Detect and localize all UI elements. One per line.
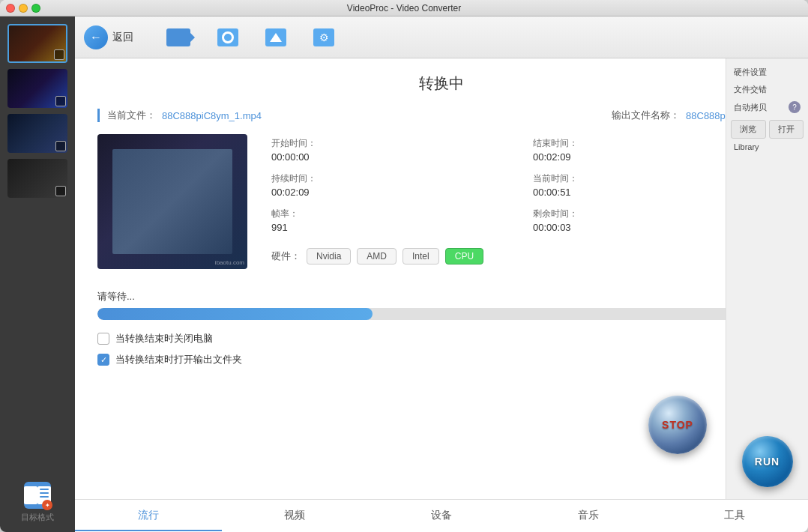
hw-amd-button[interactable]: AMD — [357, 248, 397, 265]
checkbox-open-folder[interactable] — [97, 354, 109, 366]
window-frame: VideoProc - Video Converter — [0, 0, 808, 532]
progress-fill — [97, 308, 373, 320]
maximize-button[interactable] — [31, 4, 40, 13]
checkbox-open-folder-label: 当转换结束时打开输出文件夹 — [115, 353, 242, 366]
checkbox-section: 当转换结束时关闭电脑 当转换结束时打开输出文件夹 — [97, 332, 786, 366]
tab-tools[interactable]: 工具 — [661, 501, 808, 531]
current-file-label: 当前文件： — [107, 109, 156, 122]
auto-browse-item[interactable]: 自动拷贝 ? — [731, 99, 804, 115]
hw-intel-button[interactable]: Intel — [403, 248, 439, 265]
left-sidebar: ✦ 目标格式 — [0, 16, 75, 532]
sidebar-check-2 — [55, 96, 66, 106]
auto-browse-label: 自动拷贝 — [734, 102, 767, 113]
checkbox-shutdown-label: 当转换结束时关闭电脑 — [115, 332, 213, 345]
sidebar-thumb-3[interactable] — [7, 114, 67, 153]
sidebar-check-3 — [55, 141, 66, 151]
stop-label: STOP — [662, 419, 693, 431]
window-controls — [6, 4, 40, 13]
nav-image-button[interactable] — [259, 25, 292, 49]
run-label: RUN — [755, 456, 780, 468]
close-button[interactable] — [6, 4, 15, 13]
sidebar-check-4 — [55, 186, 66, 196]
minimize-button[interactable] — [19, 4, 28, 13]
preview-section: ibaotu.com 开始时间： 00:00:00 结束时间： 00:02:09 — [97, 134, 786, 269]
window-title: VideoProc - Video Converter — [347, 3, 461, 13]
tab-video[interactable]: 视频 — [222, 501, 369, 531]
format-icon: ✦ — [24, 482, 51, 509]
video-preview: ibaotu.com — [97, 134, 247, 269]
sidebar-thumb-2[interactable] — [7, 69, 67, 108]
checkbox-row-1: 当转换结束时关闭电脑 — [97, 332, 786, 345]
browse-button[interactable]: 浏览 — [731, 120, 766, 139]
panel-title: 转换中 — [97, 73, 786, 94]
tab-music[interactable]: 音乐 — [515, 501, 662, 531]
stats-section: 开始时间： 00:00:00 结束时间： 00:02:09 持续时间： 00:0… — [262, 134, 786, 269]
file-info-row: 当前文件： 88C888piC8ym_1.mp4 输出文件名称： 88C888p… — [97, 109, 786, 122]
app-body: ✦ 目标格式 ← 返回 — [0, 16, 808, 532]
conversion-panel: 转换中 当前文件： 88C888piC8ym_1.mp4 输出文件名称： 88C… — [75, 58, 808, 499]
current-file-value: 88C888piC8ym_1.mp4 — [162, 110, 262, 121]
hardware-settings-item[interactable]: 硬件设置 — [731, 64, 804, 80]
start-time-value: 00:00:00 — [271, 151, 515, 163]
hardware-label: 硬件： — [271, 250, 301, 263]
bottom-tabs: 流行 视频 设备 音乐 工具 — [75, 499, 808, 532]
stop-button-container: STOP — [648, 396, 707, 454]
library-item[interactable]: Library — [731, 140, 804, 154]
question-mark-icon: ? — [789, 101, 801, 113]
duration-label: 持续时间： — [271, 172, 515, 185]
format-label: 目标格式 — [21, 512, 54, 526]
title-bar: VideoProc - Video Converter — [0, 0, 808, 16]
checkbox-shutdown[interactable] — [97, 333, 109, 345]
stat-duration: 持续时间： 00:02:09 — [262, 169, 524, 205]
content-area: 转换中 当前文件： 88C888piC8ym_1.mp4 输出文件名称： 88C… — [75, 58, 808, 499]
frame-rate-value: 991 — [271, 222, 515, 233]
nav-toolbox-button[interactable]: ⚙ — [307, 25, 340, 49]
progress-section: 请等待... 40% — [97, 290, 786, 320]
sidebar-check-1 — [54, 49, 64, 60]
sidebar-thumb-1[interactable] — [7, 24, 67, 63]
nav-audio-button[interactable] — [211, 25, 244, 49]
run-button[interactable]: RUN — [742, 436, 793, 487]
open-button[interactable]: 打开 — [769, 120, 804, 139]
back-label: 返回 — [112, 31, 133, 44]
nav-bar: ← 返回 — [75, 16, 808, 58]
stat-start-time: 开始时间： 00:00:00 — [262, 134, 524, 169]
main-area: ← 返回 — [75, 16, 808, 532]
file-transfer-item[interactable]: 文件交错 — [731, 82, 804, 97]
tab-popular[interactable]: 流行 — [75, 501, 222, 531]
right-controls: 硬件设置 文件交错 自动拷贝 ? 浏览 打开 Library — [726, 58, 808, 499]
output-file-label: 输出文件名称： — [612, 109, 680, 122]
watermark: ibaotu.com — [215, 259, 244, 266]
format-badge: ✦ — [42, 500, 52, 510]
progress-status: 请等待... — [97, 290, 786, 303]
checkbox-row-2: 当转换结束时打开输出文件夹 — [97, 353, 786, 366]
progress-bar: 40% — [97, 308, 786, 320]
back-circle-icon: ← — [84, 25, 108, 49]
duration-value: 00:02:09 — [271, 187, 515, 198]
back-button[interactable]: ← 返回 — [84, 25, 133, 49]
hardware-row: 硬件： Nvidia AMD Intel CPU — [262, 243, 786, 269]
video-frame — [112, 149, 232, 254]
frame-rate-label: 帧率： — [271, 208, 515, 220]
stop-button[interactable]: STOP — [648, 396, 707, 454]
nav-video-button[interactable] — [160, 25, 196, 49]
start-time-label: 开始时间： — [271, 137, 515, 150]
sidebar-thumb-4[interactable] — [7, 159, 67, 198]
browse-open-row: 浏览 打开 — [731, 120, 804, 139]
hw-cpu-button[interactable]: CPU — [445, 248, 483, 265]
hw-nvidia-button[interactable]: Nvidia — [307, 248, 351, 265]
tab-device[interactable]: 设备 — [368, 501, 515, 531]
stat-frame-rate: 帧率： 991 — [262, 205, 524, 240]
